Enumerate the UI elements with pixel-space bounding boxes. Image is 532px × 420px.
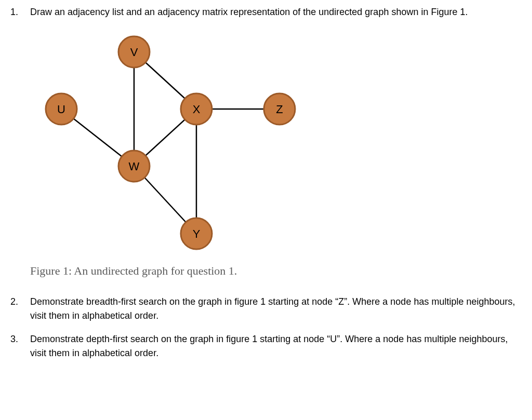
svg-text:U: U: [57, 103, 65, 116]
graph-edges: [61, 52, 280, 234]
node-w: W: [118, 151, 150, 182]
question-2: 2. Demonstrate breadth-first search on t…: [10, 295, 522, 323]
node-x: X: [181, 93, 212, 125]
question-1: 1. Draw an adjacency list and an adjacen…: [10, 5, 522, 19]
question-text: Demonstrate breadth-first search on the …: [30, 295, 522, 323]
node-y: Y: [181, 218, 212, 249]
question-text: Draw an adjacency list and an adjacency …: [30, 5, 522, 19]
svg-text:W: W: [129, 160, 140, 173]
question-number: 1.: [10, 5, 30, 19]
graph-svg: U V W X Y Z: [30, 29, 321, 257]
question-text: Demonstrate depth-first search on the gr…: [30, 332, 522, 360]
svg-text:Y: Y: [193, 227, 201, 240]
question-number: 3.: [10, 332, 30, 360]
question-number: 2.: [10, 295, 30, 323]
question-3: 3. Demonstrate depth-first search on the…: [10, 332, 522, 360]
figure-1: U V W X Y Z: [30, 29, 522, 257]
node-v: V: [118, 36, 150, 67]
figure-caption: Figure 1: An undirected graph for questi…: [30, 262, 522, 279]
svg-text:Z: Z: [276, 103, 283, 116]
svg-text:V: V: [130, 46, 138, 59]
svg-text:X: X: [193, 103, 201, 116]
node-u: U: [46, 93, 77, 125]
node-z: Z: [264, 93, 295, 125]
